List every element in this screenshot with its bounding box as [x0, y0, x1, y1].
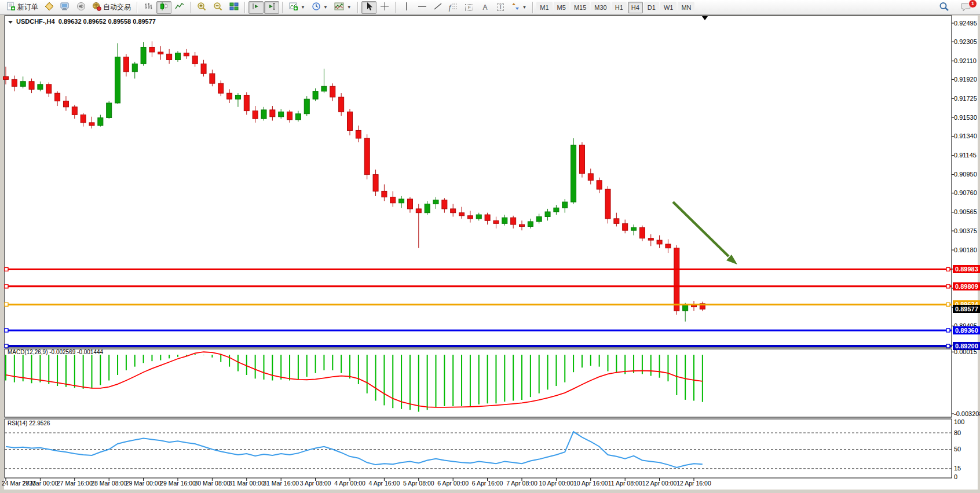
dropdown-caret-icon: ▼ [301, 5, 305, 10]
signals-button[interactable] [74, 1, 89, 14]
auto-scroll-icon [251, 2, 261, 13]
toolbar: 新订单 自动交易 ▼ ▼ [0, 0, 980, 15]
toolbar-separator [357, 2, 359, 13]
tile-windows-icon [229, 2, 239, 13]
indicators-button[interactable]: ▼ [286, 1, 308, 14]
monitor-icon [60, 2, 70, 13]
arrows-tool-button[interactable]: ▼ [509, 1, 529, 14]
chart-shift-icon [267, 2, 276, 13]
label-tool-button[interactable]: T [493, 1, 508, 14]
notification-badge: 1 [968, 0, 977, 8]
metaeditor-button[interactable] [57, 1, 73, 14]
timeframe-button-w1[interactable]: W1 [660, 2, 677, 13]
timeframe-button-m1[interactable]: M1 [536, 2, 552, 13]
zoom-in-icon [197, 2, 207, 13]
line-chart-icon [175, 2, 184, 13]
timeframe-toolbar: M1M5M15M30H1H4D1W1MN [536, 2, 694, 13]
timeframe-button-m5[interactable]: M5 [554, 2, 569, 13]
fibonacci-lines-icon [452, 2, 458, 12]
zoom-in-button[interactable] [194, 1, 210, 14]
cursor-icon [365, 2, 373, 13]
channel-icon: F [465, 4, 473, 11]
bar-chart-icon [144, 2, 153, 13]
line-chart-mode-button[interactable] [172, 1, 187, 14]
vertical-line-tool-button[interactable] [399, 1, 414, 14]
gold-diamond-icon [45, 2, 54, 13]
timeframe-button-m30[interactable]: M30 [591, 2, 610, 13]
globe-icon [92, 2, 101, 13]
text-tool-button[interactable]: A [477, 1, 492, 14]
text-tool-icon: A [482, 3, 487, 12]
horizontal-line-tool-button[interactable] [415, 1, 430, 14]
dropdown-caret-icon: ▼ [522, 5, 526, 10]
bar-chart-mode-button[interactable] [141, 1, 156, 14]
auto-trading-button[interactable]: 自动交易 [89, 1, 134, 14]
chart-shift-button[interactable] [264, 1, 279, 14]
toolbar-separator [244, 2, 246, 13]
periods-button[interactable]: ▼ [309, 1, 331, 14]
clock-icon [312, 2, 321, 13]
dropdown-caret-icon: ▼ [323, 5, 328, 10]
crosshair-icon [380, 2, 389, 13]
crosshair-tool-button[interactable] [377, 1, 392, 14]
new-order-icon [6, 2, 16, 13]
dropdown-caret-icon: ▼ [347, 5, 352, 10]
zoom-out-button[interactable] [210, 1, 226, 14]
toolbar-right: 1 [936, 0, 974, 15]
template-icon [334, 2, 345, 13]
candlestick-mode-button[interactable] [156, 1, 171, 14]
new-order-button[interactable]: 新订单 [3, 1, 41, 14]
trendline-tool-button[interactable] [430, 1, 445, 14]
trendline-icon [433, 2, 443, 13]
profile-button[interactable] [42, 1, 57, 14]
toolbar-separator [395, 2, 396, 13]
label-tool-icon: T [497, 3, 504, 11]
toolbar-separator [532, 2, 533, 13]
speaker-icon [76, 2, 86, 13]
auto-trading-label: 自动交易 [103, 2, 131, 12]
new-order-label: 新订单 [17, 2, 38, 12]
templates-button[interactable]: ▼ [331, 1, 354, 14]
notifications-button[interactable]: 1 [958, 1, 974, 14]
indicator-add-icon [289, 2, 298, 13]
timeframe-button-h1[interactable]: H1 [612, 2, 627, 13]
zoom-out-icon [213, 2, 223, 13]
timeframe-button-h4[interactable]: H4 [628, 2, 643, 13]
timeframe-button-m15[interactable]: M15 [571, 2, 590, 13]
horizontal-line-icon [418, 2, 427, 13]
fibonacci-icon: f [449, 3, 451, 12]
toolbar-separator [282, 2, 283, 13]
timeframe-button-d1[interactable]: D1 [644, 2, 659, 13]
toolbar-separator [190, 2, 191, 13]
auto-scroll-button[interactable] [248, 1, 264, 14]
channel-tool-button[interactable]: F [462, 1, 477, 14]
cursor-tool-button[interactable] [361, 1, 376, 14]
candlestick-icon [159, 2, 169, 13]
vertical-line-icon [404, 2, 409, 13]
fibonacci-tool-button[interactable]: f [446, 1, 462, 14]
chart-window[interactable] [4, 16, 978, 490]
tile-windows-button[interactable] [226, 1, 242, 14]
search-button[interactable] [936, 1, 952, 14]
search-icon [939, 2, 949, 13]
timeframe-button-mn[interactable]: MN [678, 2, 694, 13]
arrows-icon [511, 2, 520, 13]
toolbar-separator [137, 2, 138, 13]
